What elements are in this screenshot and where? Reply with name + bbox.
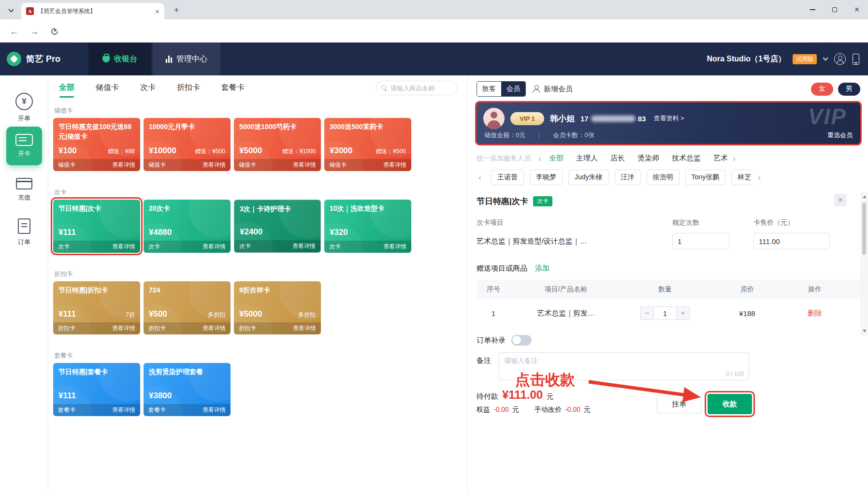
card-type: 储值卡 xyxy=(148,161,166,169)
staff-chip[interactable]: Tony张鹏 xyxy=(685,170,726,185)
account-icon[interactable] xyxy=(834,53,846,65)
minimize-button[interactable] xyxy=(801,0,824,19)
remark-row: 备注 0 / 100 xyxy=(477,352,860,380)
count-input[interactable] xyxy=(672,233,729,249)
collect-payment-button[interactable]: 收款 xyxy=(708,394,752,414)
role-all[interactable]: 全部 xyxy=(549,154,564,163)
device-phone-icon[interactable] xyxy=(853,54,859,65)
card-detail-link[interactable]: 查看详情 xyxy=(293,161,316,169)
nav-cashier[interactable]: 收银台 xyxy=(88,43,151,75)
tab-all[interactable]: 全部 xyxy=(59,83,74,93)
chevron-right-icon[interactable]: › xyxy=(731,154,738,163)
role-chip[interactable]: 烫染师 xyxy=(637,154,659,163)
product-card[interactable]: 9折吉祥卡 ¥5000多折扣 折扣卡查看详情 xyxy=(234,281,321,334)
card-detail-link[interactable]: 查看详情 xyxy=(112,161,135,169)
staff-chip[interactable]: 徐浩明 xyxy=(647,170,680,185)
female-badge[interactable]: 女 xyxy=(811,83,833,96)
form-close-button[interactable]: × xyxy=(834,194,847,206)
product-card[interactable]: 10000元月季卡 ¥10000赠送：¥500 储值卡查看详情 xyxy=(144,118,231,171)
hold-order-button[interactable]: 挂单 xyxy=(657,395,701,413)
product-card[interactable]: 5000送1000芍药卡 ¥5000赠送：¥1000 储值卡查看详情 xyxy=(234,118,321,171)
store-chevron-down-icon[interactable] xyxy=(823,55,828,60)
member-banner[interactable]: VIP 1 韩小姐 17 83 查看资料 > VIP 储值金额：0元 会员卡数：… xyxy=(477,102,860,144)
product-card-selected[interactable]: 节日特惠|次卡 ¥111 次卡查看详情 xyxy=(53,200,140,253)
view-profile-link[interactable]: 查看资料 > xyxy=(653,114,684,123)
remark-input[interactable] xyxy=(499,353,749,370)
payment-section: 待付款 ¥111.00 元 权益 -0.00 元 手动改价 -0.00 元 挂单… xyxy=(477,388,860,441)
member-phone: 17 83 xyxy=(580,115,646,123)
search-input[interactable] xyxy=(391,85,448,92)
card-detail-link[interactable]: 查看详情 xyxy=(203,324,226,333)
order-backfill-toggle[interactable] xyxy=(511,335,532,346)
card-detail-link[interactable]: 查看详情 xyxy=(203,161,226,169)
staff-chip[interactable]: 王诺普 xyxy=(491,170,524,185)
reselect-member-link[interactable]: 重选会员 xyxy=(827,131,853,140)
tab-search-button[interactable] xyxy=(5,4,17,16)
new-tab-button[interactable]: + xyxy=(170,4,183,16)
window-close-button[interactable]: × xyxy=(846,0,868,19)
tab-stored-card[interactable]: 储值卡 xyxy=(96,83,119,93)
tab-close-icon[interactable]: × xyxy=(155,8,159,15)
staff-chip[interactable]: 李晓梦 xyxy=(530,170,563,185)
form-scrollbar[interactable] xyxy=(861,192,868,335)
qty-minus-button[interactable]: − xyxy=(640,306,654,320)
member-stats-row: 储值金额：0元 会员卡数：0张 重选会员 xyxy=(484,131,853,140)
sidebar-item-open-card[interactable]: 开卡 xyxy=(6,127,42,165)
delete-row-link[interactable]: 删除 xyxy=(786,309,844,318)
stored-card-row: 节日特惠充值100元送88元|储值卡 ¥100赠送：¥88 储值卡查看详情 10… xyxy=(53,118,467,171)
product-card[interactable]: 洗剪烫染护理套餐 ¥3800 套餐卡查看详情 xyxy=(144,363,231,416)
male-badge[interactable]: 男 xyxy=(838,83,860,96)
card-detail-link[interactable]: 查看详情 xyxy=(383,243,406,251)
product-card[interactable]: 10次｜洗吹造型卡 ¥320 次卡查看详情 xyxy=(324,200,411,253)
tab-package-card[interactable]: 套餐卡 xyxy=(221,83,245,93)
chevron-left-icon[interactable]: ‹ xyxy=(477,173,483,182)
staff-chip[interactable]: 林芝 xyxy=(731,170,752,185)
scroll-down-icon[interactable] xyxy=(863,330,867,333)
sidebar-item-orders[interactable]: 订单 xyxy=(0,218,48,246)
add-gift-link[interactable]: 添加 xyxy=(535,264,550,273)
staff-chip[interactable]: Judy朱棣 xyxy=(568,170,609,185)
product-card[interactable]: 节日特惠充值100元送88元|储值卡 ¥100赠送：¥88 储值卡查看详情 xyxy=(53,118,140,171)
chevron-right-icon[interactable]: › xyxy=(756,173,763,182)
browser-tab[interactable]: A 【简艺会员管理系统】 × xyxy=(21,3,164,19)
scroll-up-icon[interactable] xyxy=(863,195,867,198)
product-card[interactable]: 3次｜卡诗护理卡 ¥2400 次卡查看详情 xyxy=(234,200,321,253)
product-search[interactable] xyxy=(376,81,457,95)
role-chip[interactable]: 店长 xyxy=(610,154,625,163)
card-detail-link[interactable]: 查看详情 xyxy=(112,324,135,333)
card-detail-link[interactable]: 查看详情 xyxy=(112,243,135,251)
scrollbar-thumb[interactable] xyxy=(862,203,866,255)
product-card[interactable]: 3000送500茉莉卡 ¥3000赠送：¥500 储值卡查看详情 xyxy=(324,118,411,171)
product-card[interactable]: 节日特惠|套餐卡 ¥111 套餐卡查看详情 xyxy=(53,363,140,416)
card-detail-link[interactable]: 查看详情 xyxy=(293,324,316,333)
tab-member[interactable]: 会员 xyxy=(501,82,525,96)
card-detail-link[interactable]: 查看详情 xyxy=(383,161,406,169)
card-detail-link[interactable]: 查看详情 xyxy=(112,406,135,414)
chevron-left-icon[interactable]: ‹ xyxy=(536,154,543,163)
add-member-button[interactable]: 新增会员 xyxy=(533,85,573,94)
maximize-button[interactable] xyxy=(824,0,846,19)
role-chip[interactable]: 技术总监 xyxy=(672,154,701,163)
forward-button[interactable]: → xyxy=(28,25,41,38)
sidebar-item-open-order[interactable]: ¥ 开单 xyxy=(0,93,48,123)
role-chip[interactable]: 主理人 xyxy=(576,154,598,163)
tab-walkin[interactable]: 散客 xyxy=(477,82,501,96)
role-chip[interactable]: 艺术总监 xyxy=(713,154,728,163)
qty-value[interactable]: 1 xyxy=(654,306,676,320)
staff-chip[interactable]: 汪洋 xyxy=(615,170,641,185)
card-detail-link[interactable]: 查看详情 xyxy=(203,243,226,251)
back-button[interactable]: ← xyxy=(8,25,20,38)
card-detail-link[interactable]: 查看详情 xyxy=(203,406,226,414)
tab-discount-card[interactable]: 折扣卡 xyxy=(177,83,200,93)
qty-plus-button[interactable]: + xyxy=(676,306,690,320)
price-input[interactable] xyxy=(753,233,830,249)
nav-management[interactable]: 管理中心 xyxy=(153,43,220,75)
product-card[interactable]: 20次卡 ¥4880 次卡查看详情 xyxy=(144,200,231,253)
sidebar-item-recharge[interactable]: 充值 xyxy=(0,178,48,202)
tab-count-card[interactable]: 次卡 xyxy=(140,83,156,93)
due-unit: 元 xyxy=(547,392,553,401)
product-card[interactable]: 节日特惠|折扣卡 ¥1117折 折扣卡查看详情 xyxy=(53,281,140,334)
card-detail-link[interactable]: 查看详情 xyxy=(292,242,316,250)
reload-button[interactable] xyxy=(48,25,61,38)
product-card[interactable]: 724 ¥500多折扣 折扣卡查看详情 xyxy=(144,281,231,334)
